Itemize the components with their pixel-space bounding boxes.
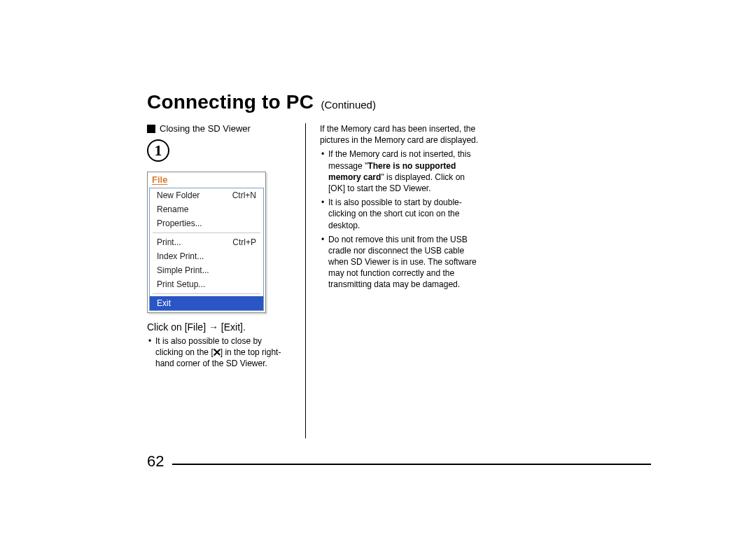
title-suffix: (Continued) <box>321 99 376 111</box>
menu-item-rename[interactable]: Rename <box>150 202 263 216</box>
column-divider <box>305 123 306 438</box>
file-menu: File New Folder Ctrl+N Rename Properties… <box>147 172 266 313</box>
content-columns: Closing the SD Viewer 1 File New Folder … <box>147 123 651 438</box>
menu-item-label: Rename <box>157 204 188 214</box>
menu-item-label: New Folder <box>157 190 200 200</box>
menu-item-properties[interactable]: Properties... <box>150 216 263 230</box>
menu-item-label: Print Setup... <box>157 279 205 289</box>
list-item: It is also possible to close by clicking… <box>147 335 291 370</box>
menu-item-print-setup[interactable]: Print Setup... <box>150 277 263 291</box>
arrow-icon: → <box>209 321 218 333</box>
instruction-text: Click on [File] → [Exit]. <box>147 321 291 333</box>
close-icon <box>214 349 220 356</box>
menu-item-label: Index Print... <box>157 251 204 261</box>
step-number: 1 <box>155 141 162 160</box>
menu-item-print[interactable]: Print... Ctrl+P <box>150 235 263 249</box>
page-title: Connecting to PC (Continued) <box>147 91 651 113</box>
menu-item-simple-print[interactable]: Simple Print... <box>150 263 263 277</box>
menu-item-label: Exit <box>157 298 171 308</box>
page-number: 62 <box>147 452 168 471</box>
menu-item-shortcut: Ctrl+P <box>232 237 256 247</box>
menu-item-label: Print... <box>157 237 181 247</box>
instruction-post: [Exit]. <box>218 321 246 333</box>
right-bullets: If the Memory card is not inserted, this… <box>320 148 482 290</box>
left-column: Closing the SD Viewer 1 File New Folder … <box>147 123 305 438</box>
menu-item-new-folder[interactable]: New Folder Ctrl+N <box>150 188 263 202</box>
menu-separator <box>153 232 260 233</box>
menu-separator <box>153 293 260 294</box>
menu-item-exit[interactable]: Exit <box>150 296 263 310</box>
title-main: Connecting to PC <box>147 91 314 113</box>
instruction-pre: Click on [File] <box>147 321 209 333</box>
step-number-badge: 1 <box>147 139 169 162</box>
footer-rule <box>172 464 651 465</box>
right-column: If the Memory card has been inserted, th… <box>310 123 482 438</box>
list-item: If the Memory card is not inserted, this… <box>320 148 482 194</box>
list-item: It is also possible to start by double-c… <box>320 197 482 231</box>
menu-item-shortcut: Ctrl+N <box>232 190 256 200</box>
left-bullets: It is also possible to close by clicking… <box>147 335 291 370</box>
list-item: Do not remove this unit from the USB cra… <box>320 234 482 291</box>
manual-page: Connecting to PC (Continued) Closing the… <box>0 0 756 535</box>
menu-title[interactable]: File <box>148 172 265 188</box>
bullet-text: It is also possible to start by double-c… <box>328 197 462 230</box>
menu-item-label: Simple Print... <box>157 265 209 275</box>
square-bullet-icon <box>147 125 155 133</box>
menu-inner: New Folder Ctrl+N Rename Properties... P… <box>149 188 264 311</box>
intro-text: If the Memory card has been inserted, th… <box>320 123 482 146</box>
menu-item-label: Properties... <box>157 218 202 228</box>
section-label-text: Closing the SD Viewer <box>160 123 251 134</box>
bullet-text: Do not remove this unit from the USB cra… <box>328 235 477 290</box>
page-footer: 62 <box>147 464 651 465</box>
section-heading: Closing the SD Viewer <box>147 123 291 134</box>
menu-item-index-print[interactable]: Index Print... <box>150 249 263 263</box>
